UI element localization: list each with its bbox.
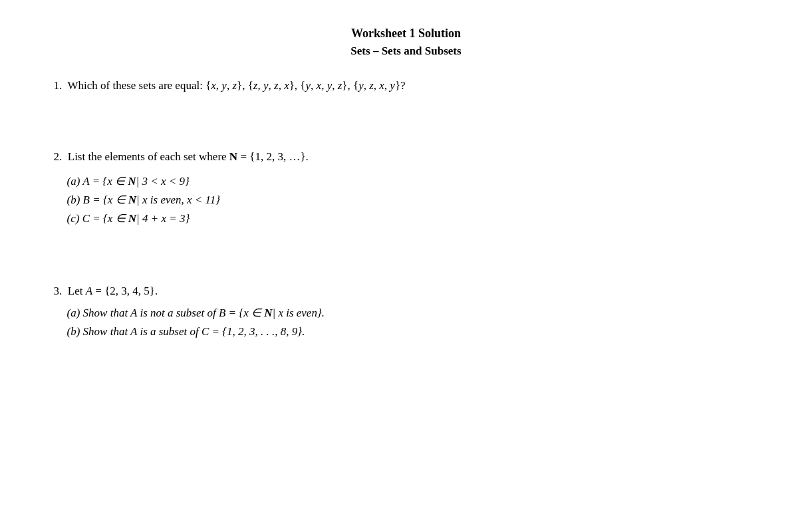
main-title: Worksheet 1 Solution: [54, 27, 759, 41]
q3-part-a: (a) Show that A is not a subset of B = {…: [67, 304, 759, 323]
q1-number: 1.: [54, 79, 68, 92]
q2-part-a-text: A = {x ∈ N| 3 < x < 9}: [82, 175, 189, 188]
question-2-block: 2. List the elements of each set where N…: [54, 148, 759, 228]
q3-body: Let A = {2, 3, 4, 5}.: [68, 285, 158, 297]
q2-part-b-text: B = {x ∈ N| x is even, x < 11}: [83, 194, 221, 206]
q2-part-b: (b) B = {x ∈ N| x is even, x < 11}: [67, 191, 759, 209]
question-1-block: 1. Which of these sets are equal: {x, y,…: [54, 76, 759, 94]
q3-part-b-text: Show that A is a subset of C = {1, 2, 3,…: [83, 325, 305, 338]
sub-title: Sets – Sets and Subsets: [54, 45, 759, 58]
q2-part-c-label: (c): [67, 212, 80, 225]
question-3-block: 3. Let A = {2, 3, 4, 5}. (a) Show that A…: [54, 282, 759, 341]
question-1-text: 1. Which of these sets are equal: {x, y,…: [54, 76, 759, 94]
question-2-intro: 2. List the elements of each set where N…: [54, 148, 759, 166]
q2-part-c: (c) C = {x ∈ N| 4 + x = 3}: [67, 209, 759, 228]
q2-number: 2.: [54, 150, 68, 163]
q3-part-b-label: (b): [67, 325, 80, 338]
q1-body: Which of these sets are equal: {x, y, z}…: [67, 79, 405, 92]
q2-part-b-label: (b): [67, 194, 80, 206]
question-3-intro: 3. Let A = {2, 3, 4, 5}.: [54, 282, 759, 300]
page-container: Worksheet 1 Solution Sets – Sets and Sub…: [54, 27, 759, 341]
q2-part-a: (a) A = {x ∈ N| 3 < x < 9}: [67, 172, 759, 191]
q3-part-b: (b) Show that A is a subset of C = {1, 2…: [67, 323, 759, 341]
q3-part-a-text: Show that A is not a subset of B = {x ∈ …: [83, 307, 325, 319]
q2-body: List the elements of each set where N = …: [68, 150, 309, 163]
q3-number: 3.: [54, 285, 68, 297]
q3-part-a-label: (a): [67, 307, 80, 319]
q2-part-a-label: (a): [67, 175, 80, 188]
q2-part-c-text: C = {x ∈ N| 4 + x = 3}: [82, 212, 190, 225]
